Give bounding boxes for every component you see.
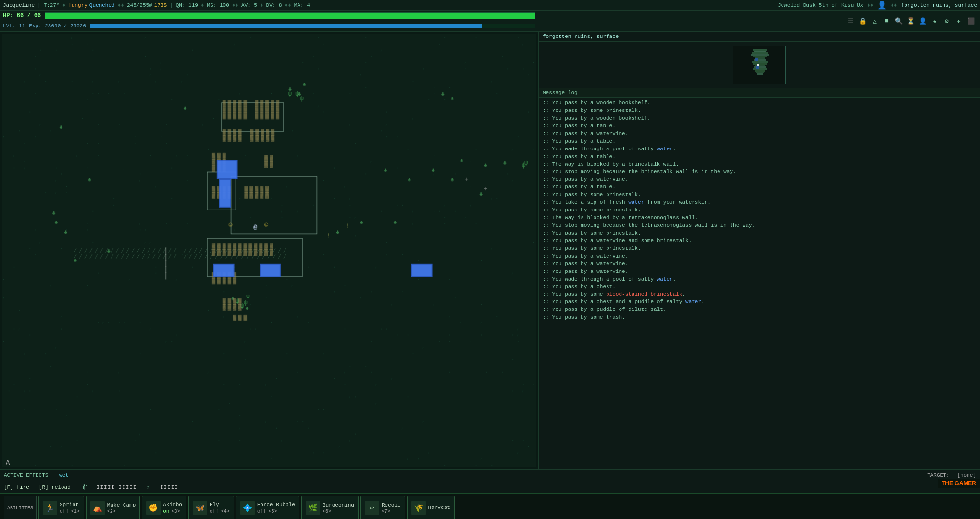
akimbo-state: on — [163, 508, 169, 514]
ability-fly[interactable]: 🦋 Fly off <4> — [188, 496, 234, 519]
akimbo-icon: ✊ — [146, 501, 161, 515]
svg-rect-10 — [755, 65, 765, 66]
message-line: :: You pass by some brinestalk. — [543, 230, 976, 237]
square-icon[interactable]: ■ — [881, 16, 892, 26]
message-line: :: You pass by some brinestalk. — [543, 207, 976, 214]
hp-bar-inner — [45, 13, 535, 19]
sprint-icon: 🏃 — [43, 501, 57, 515]
abilities-bar: ABILITIES 🏃 Sprint off <1> ⛺ Make Camp <… — [0, 493, 980, 519]
svg-rect-11 — [754, 66, 766, 68]
wet-status: wet — [59, 472, 69, 478]
ammo-icons: IIIII IIIII — [97, 484, 137, 490]
ammo-icons2: IIIII — [160, 484, 178, 490]
svg-rect-14 — [756, 72, 764, 73]
ammo-icon2: ⚡ — [146, 483, 150, 491]
gold-amount: 173$ — [154, 2, 167, 8]
ability-harvest[interactable]: 🌾 Harvest — [407, 496, 455, 519]
fire-reload-bar: [F] fire [R] reload 🗡 IIIII IIIII ⚡ IIII… — [0, 481, 980, 493]
target-value: [none] — [957, 472, 976, 478]
target-label: TARGET: — [927, 472, 949, 478]
level-label: LVL: 11 — [3, 23, 25, 29]
hp-bar-outer — [45, 12, 535, 19]
message-line: :: You pass by a watervine. — [543, 130, 976, 138]
svg-rect-16 — [757, 64, 759, 66]
message-line: :: The way is blocked by a brinestalk wa… — [543, 161, 976, 169]
sprint-state: off — [60, 508, 69, 514]
svg-rect-2 — [754, 51, 766, 52]
active-effects-label: ACTIVE EFFECTS: — [4, 472, 51, 478]
force-bubble-key: <5> — [269, 509, 277, 514]
ability-make-camp[interactable]: ⛺ Make Camp <2> — [86, 496, 140, 519]
message-line: :: You wade through a pool of salty wate… — [543, 146, 976, 153]
side-panel-location: forgotten ruins, surface — [539, 32, 980, 42]
burgeoning-icon: 🌿 — [306, 501, 320, 515]
arrow-icon[interactable]: ✈ — [954, 16, 964, 26]
message-line: :: You pass by some brinestalk. — [543, 245, 976, 253]
star-icon[interactable]: ★ — [930, 16, 940, 26]
message-line: :: You pass by a chest and a puddle of s… — [543, 298, 976, 306]
svg-rect-13 — [755, 70, 765, 72]
message-line: :: You pass by a watervine. — [543, 268, 976, 276]
ability-akimbo[interactable]: ✊ Akimbo on <3> — [142, 496, 186, 519]
gear-icon[interactable]: ⚙ — [942, 16, 952, 26]
ability-recoil[interactable]: ↩ Recoil <7> — [360, 496, 405, 519]
svg-rect-15 — [757, 73, 763, 75]
ability-sprint[interactable]: 🏃 Sprint off <1> — [38, 496, 84, 519]
message-line: :: You pass by a watervine and some brin… — [543, 237, 976, 245]
message-line: :: You wade through a pool of salty wate… — [543, 276, 976, 284]
fly-state: off — [210, 508, 219, 514]
message-line: :: You pass by a watervine. — [543, 260, 976, 268]
game-canvas — [0, 32, 538, 469]
lock-icon[interactable]: 🔒 — [857, 16, 868, 26]
force-bubble-icon: 💠 — [240, 501, 255, 515]
menu-icon[interactable]: ☰ — [845, 16, 856, 26]
svg-rect-1 — [753, 49, 767, 51]
av-stat: AV: 5 — [241, 2, 257, 8]
character-icon[interactable]: 👤 — [918, 16, 928, 26]
svg-rect-9 — [753, 63, 767, 65]
status-hungry: Hungry — [68, 2, 87, 8]
svg-rect-3 — [752, 52, 768, 54]
message-line: :: You pass by some trash. — [543, 314, 976, 321]
timer-icon[interactable]: ⏳ — [906, 16, 916, 26]
message-line: :: You pass by a wooden bookshelf. — [543, 115, 976, 123]
player-name: Jacqueline — [3, 2, 35, 8]
sprint-key: <1> — [71, 509, 80, 514]
reload-label: [R] reload — [39, 484, 71, 490]
ability-burgeoning[interactable]: 🌿 Burgeoning <6> — [301, 496, 359, 519]
recoil-key: <7> — [382, 509, 401, 514]
svg-rect-4 — [751, 54, 769, 56]
message-line: :: You pass by a table. — [543, 153, 976, 161]
location-display: forgotten ruins, surface — [901, 2, 977, 8]
game-viewport[interactable] — [0, 32, 538, 469]
exp-label: Exp: 23090 / 26020 — [29, 23, 86, 29]
fly-icon: 🦋 — [193, 501, 207, 515]
message-line: :: You pass by a table. — [543, 123, 976, 130]
status-quenched: Quenched — [89, 2, 115, 8]
side-panel: forgotten ruins, surface — [538, 32, 980, 469]
message-line: :: You pass by a chest. — [543, 284, 976, 291]
message-line: :: You stop moving because the tetraxeno… — [543, 222, 976, 230]
hp-bar-row: HP: 66 / 66 — [0, 11, 538, 21]
exp-bar-row: LVL: 11 Exp: 23090 / 26020 — [0, 21, 538, 31]
watermark: THE GAMER — [938, 479, 980, 488]
sword-icon: 🗡 — [80, 483, 87, 491]
box-icon[interactable]: ⬛ — [966, 16, 976, 26]
game-date: Jeweled Dusk 5th of Kisu Ux — [778, 2, 863, 8]
message-line: :: You pass by a puddle of dilute salt. — [543, 306, 976, 314]
search-icon[interactable]: 🔍 — [893, 16, 904, 26]
ability-force-bubble[interactable]: 💠 Force Bubble off <5> — [236, 496, 299, 519]
abilities-label: ABILITIES — [4, 496, 37, 519]
message-line: :: You pass by a table. — [543, 138, 976, 146]
exp-bar-outer — [90, 24, 535, 28]
recoil-icon: ↩ — [365, 501, 379, 515]
main-layout: forgotten ruins, surface — [0, 32, 980, 469]
top-bar: Jacqueline | T:27° ♦ Hungry Quenched ♦♦ … — [0, 0, 980, 11]
exp-bar-inner — [90, 24, 482, 28]
message-log[interactable]: :: You pass by a wooden bookshelf.:: You… — [539, 98, 980, 469]
fly-key: <4> — [221, 509, 230, 514]
message-log-header: Message log — [539, 88, 980, 98]
triangle-icon[interactable]: △ — [869, 16, 880, 26]
akimbo-key: <3> — [171, 509, 180, 514]
hp-label: HP: 66 / 66 — [3, 12, 41, 19]
